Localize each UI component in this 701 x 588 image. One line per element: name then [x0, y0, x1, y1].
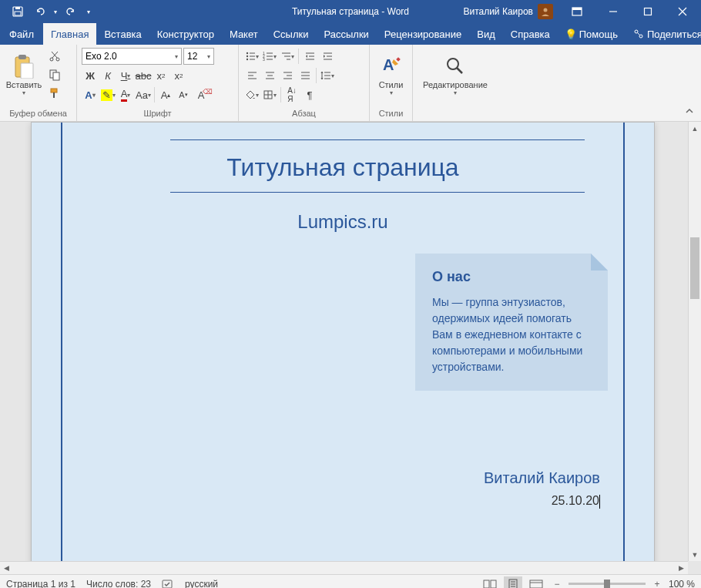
zoom-in-button[interactable]: +	[650, 576, 664, 589]
change-case-button[interactable]: Aa▾	[135, 86, 152, 103]
copy-button[interactable]	[46, 66, 63, 83]
align-right-button[interactable]	[279, 67, 296, 84]
grow-font-button[interactable]: A▴	[157, 86, 174, 103]
bold-button[interactable]: Ж	[82, 67, 99, 84]
align-left-button[interactable]	[243, 67, 260, 84]
show-marks-button[interactable]: ¶	[301, 86, 318, 103]
tab-design[interactable]: Конструктор	[149, 23, 222, 45]
redo-button[interactable]	[60, 2, 80, 22]
scroll-right-arrow[interactable]: ▶	[675, 562, 688, 574]
font-color-button[interactable]: A▾	[117, 86, 134, 103]
language-status[interactable]: русский	[185, 579, 218, 589]
horizontal-scrollbar[interactable]: ◀ ▶	[0, 561, 688, 574]
line-spacing-button[interactable]: ▾	[319, 67, 336, 84]
about-box[interactable]: О нас Мы — группа энтузиастов, одержимых…	[415, 254, 608, 391]
proofing-button[interactable]	[162, 579, 174, 589]
document-date[interactable]: 25.10.20	[552, 494, 600, 509]
zoom-level[interactable]: 100 %	[669, 579, 695, 589]
font-size-combo[interactable]: 12▾	[183, 48, 214, 65]
group-label-font: Шрифт	[82, 107, 233, 119]
user-name[interactable]: Виталий Каиров	[463, 6, 533, 17]
underline-button[interactable]: Ч ▾	[117, 67, 134, 84]
svg-rect-1	[15, 7, 20, 9]
web-layout-button[interactable]	[527, 576, 545, 589]
superscript-button[interactable]: x2	[170, 67, 187, 84]
document-author[interactable]: Виталий Каиров	[484, 469, 600, 487]
svg-line-17	[52, 52, 58, 58]
about-text: Мы — группа энтузиастов, одержимых идеей…	[432, 294, 591, 375]
shading-button[interactable]: ▾	[243, 86, 260, 103]
clear-formatting-button[interactable]: A⌫	[193, 86, 210, 103]
ribbon-options-button[interactable]	[559, 0, 594, 23]
group-label-styles: Стили	[374, 107, 408, 119]
scroll-down-arrow[interactable]: ▼	[689, 548, 701, 561]
user-avatar[interactable]	[538, 4, 553, 19]
clipboard-icon	[12, 54, 36, 79]
scroll-left-arrow[interactable]: ◀	[0, 562, 13, 574]
group-label-editing	[418, 107, 493, 119]
tab-file[interactable]: Файл	[0, 23, 43, 45]
tab-help[interactable]: Справка	[503, 23, 558, 45]
page-count[interactable]: Страница 1 из 1	[6, 579, 75, 589]
styles-button[interactable]: A Стили ▾	[374, 48, 408, 102]
svg-point-10	[635, 30, 638, 33]
minimize-button[interactable]	[595, 0, 630, 23]
tab-references[interactable]: Ссылки	[266, 23, 317, 45]
page[interactable]: Титульная страница Lumpics.ru О нас Мы —…	[31, 122, 655, 574]
cut-button[interactable]	[46, 48, 63, 65]
tab-layout[interactable]: Макет	[222, 23, 266, 45]
italic-button[interactable]: К	[99, 67, 116, 84]
tab-home[interactable]: Главная	[43, 23, 96, 45]
font-name-combo[interactable]: Exo 2.0▾	[82, 48, 182, 65]
lightbulb-icon: 💡	[565, 29, 576, 39]
group-editing: Редактирование ▾	[413, 45, 498, 121]
sort-button[interactable]: А↓Я	[283, 86, 300, 103]
zoom-slider[interactable]	[569, 583, 646, 585]
undo-button[interactable]	[31, 2, 51, 22]
vertical-scrollbar[interactable]: ▲ ▼	[688, 122, 701, 561]
borders-button[interactable]: ▾	[261, 86, 278, 103]
strikethrough-button[interactable]: abc	[135, 67, 152, 84]
group-styles: A Стили ▾ Стили	[370, 45, 413, 121]
paste-button[interactable]: Вставить ▾	[5, 48, 43, 102]
decrease-indent-button[interactable]	[301, 48, 318, 65]
collapse-ribbon-button[interactable]	[683, 104, 696, 118]
close-button[interactable]	[665, 0, 699, 23]
svg-rect-20	[53, 72, 59, 80]
print-layout-button[interactable]	[504, 576, 522, 589]
justify-button[interactable]	[297, 67, 314, 84]
qat-customize[interactable]: ▾	[83, 2, 94, 22]
tab-insert[interactable]: Вставка	[96, 23, 149, 45]
svg-text:A: A	[383, 56, 394, 73]
read-mode-button[interactable]	[481, 576, 499, 589]
numbering-button[interactable]: 123▾	[261, 48, 278, 65]
shrink-font-button[interactable]: A▾	[175, 86, 192, 103]
scroll-up-arrow[interactable]: ▲	[689, 122, 701, 135]
ribbon-tabs: Файл Главная Вставка Конструктор Макет С…	[0, 23, 701, 45]
group-clipboard: Вставить ▾ Буфер обмена	[0, 45, 77, 121]
text-effects-button[interactable]: A ▾	[82, 86, 99, 103]
multilevel-list-button[interactable]: ▾	[279, 48, 296, 65]
document-subtitle[interactable]: Lumpics.ru	[32, 211, 654, 233]
tab-view[interactable]: Вид	[469, 23, 503, 45]
increase-indent-button[interactable]	[319, 48, 336, 65]
highlight-button[interactable]: ✎▾	[99, 86, 116, 103]
tab-review[interactable]: Рецензирование	[377, 23, 469, 45]
save-button[interactable]	[8, 2, 28, 22]
zoom-out-button[interactable]: −	[550, 576, 564, 589]
titlebar: ▾ ▾ Титульная страница - Word Виталий Ка…	[0, 0, 701, 23]
help-button[interactable]: 💡Помощь	[558, 29, 626, 40]
align-center-button[interactable]	[261, 67, 278, 84]
svg-rect-13	[18, 55, 26, 59]
tab-mailings[interactable]: Рассылки	[316, 23, 376, 45]
format-painter-button[interactable]	[46, 85, 63, 102]
maximize-button[interactable]	[630, 0, 665, 23]
word-count[interactable]: Число слов: 23	[86, 579, 151, 589]
scroll-thumb[interactable]	[690, 237, 699, 299]
document-main-title[interactable]: Титульная страница	[32, 153, 654, 182]
subscript-button[interactable]: x2	[153, 67, 169, 84]
svg-point-15	[50, 58, 53, 61]
editing-button[interactable]: Редактирование ▾	[418, 48, 493, 102]
share-button[interactable]: Поделиться	[626, 29, 701, 40]
bullets-button[interactable]: ▾	[243, 48, 260, 65]
